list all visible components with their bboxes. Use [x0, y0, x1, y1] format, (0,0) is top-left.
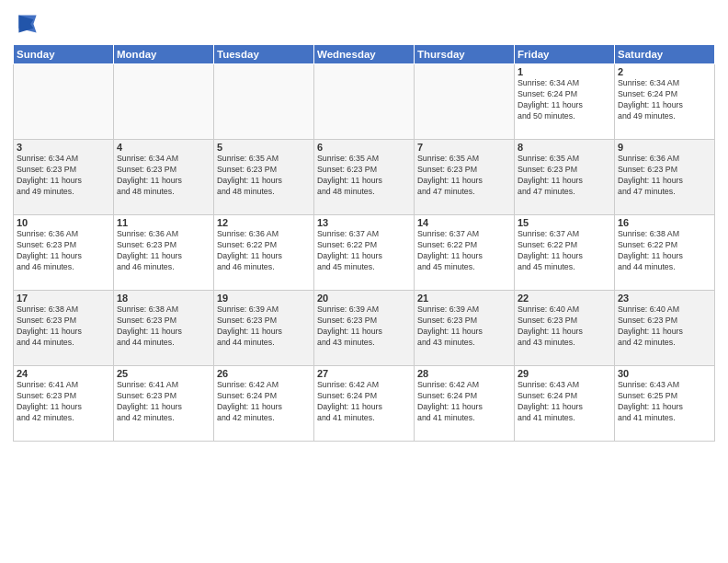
calendar-cell: 28Sunrise: 6:42 AM Sunset: 6:24 PM Dayli… [415, 366, 515, 442]
day-number: 2 [618, 66, 711, 77]
day-number: 24 [17, 368, 110, 379]
calendar-cell: 13Sunrise: 6:37 AM Sunset: 6:22 PM Dayli… [314, 215, 415, 291]
calendar-cell: 19Sunrise: 6:39 AM Sunset: 6:23 PM Dayli… [214, 291, 314, 366]
day-number: 7 [417, 142, 511, 153]
day-info: Sunrise: 6:41 AM Sunset: 6:23 PM Dayligh… [17, 380, 110, 424]
calendar-cell: 24Sunrise: 6:41 AM Sunset: 6:23 PM Dayli… [14, 366, 114, 442]
calendar-cell: 12Sunrise: 6:36 AM Sunset: 6:22 PM Dayli… [214, 215, 314, 291]
calendar-cell [14, 64, 114, 140]
day-number: 1 [518, 66, 611, 77]
day-info: Sunrise: 6:36 AM Sunset: 6:23 PM Dayligh… [17, 229, 110, 273]
calendar-cell: 30Sunrise: 6:43 AM Sunset: 6:25 PM Dayli… [615, 366, 715, 442]
day-info: Sunrise: 6:39 AM Sunset: 6:23 PM Dayligh… [217, 304, 311, 349]
calendar-cell: 21Sunrise: 6:39 AM Sunset: 6:23 PM Dayli… [415, 291, 515, 366]
day-number: 5 [217, 142, 311, 153]
day-number: 15 [518, 217, 611, 228]
logo [13, 9, 46, 39]
calendar-cell: 25Sunrise: 6:41 AM Sunset: 6:23 PM Dayli… [114, 366, 214, 442]
day-info: Sunrise: 6:42 AM Sunset: 6:24 PM Dayligh… [417, 380, 511, 424]
calendar-cell: 5Sunrise: 6:35 AM Sunset: 6:23 PM Daylig… [214, 140, 314, 215]
day-of-week-header: Friday [515, 45, 615, 64]
day-info: Sunrise: 6:39 AM Sunset: 6:23 PM Dayligh… [317, 304, 411, 349]
calendar-cell: 2Sunrise: 6:34 AM Sunset: 6:24 PM Daylig… [615, 64, 715, 140]
day-info: Sunrise: 6:38 AM Sunset: 6:23 PM Dayligh… [17, 304, 110, 349]
day-number: 18 [117, 293, 210, 304]
day-number: 14 [417, 217, 511, 228]
day-number: 6 [317, 142, 411, 153]
day-info: Sunrise: 6:41 AM Sunset: 6:23 PM Dayligh… [117, 380, 210, 424]
calendar-cell: 4Sunrise: 6:34 AM Sunset: 6:23 PM Daylig… [114, 140, 214, 215]
calendar-cell: 26Sunrise: 6:42 AM Sunset: 6:24 PM Dayli… [214, 366, 314, 442]
day-of-week-header: Sunday [14, 45, 114, 64]
calendar-cell: 1Sunrise: 6:34 AM Sunset: 6:24 PM Daylig… [515, 64, 615, 140]
day-number: 27 [317, 368, 411, 379]
day-number: 28 [417, 368, 511, 379]
day-info: Sunrise: 6:34 AM Sunset: 6:24 PM Dayligh… [618, 78, 711, 122]
calendar-cell [214, 64, 314, 140]
day-info: Sunrise: 6:36 AM Sunset: 6:22 PM Dayligh… [217, 229, 311, 273]
day-number: 22 [518, 293, 611, 304]
day-of-week-header: Saturday [615, 45, 715, 64]
day-info: Sunrise: 6:38 AM Sunset: 6:22 PM Dayligh… [618, 229, 711, 273]
day-info: Sunrise: 6:35 AM Sunset: 6:23 PM Dayligh… [317, 154, 411, 198]
day-number: 21 [417, 293, 511, 304]
calendar-cell: 18Sunrise: 6:38 AM Sunset: 6:23 PM Dayli… [114, 291, 214, 366]
calendar-cell [314, 64, 415, 140]
calendar-cell [415, 64, 515, 140]
day-number: 19 [217, 293, 311, 304]
day-number: 4 [117, 142, 210, 153]
calendar-cell: 10Sunrise: 6:36 AM Sunset: 6:23 PM Dayli… [14, 215, 114, 291]
day-info: Sunrise: 6:37 AM Sunset: 6:22 PM Dayligh… [518, 229, 611, 273]
logo-icon [13, 9, 42, 39]
day-info: Sunrise: 6:37 AM Sunset: 6:22 PM Dayligh… [417, 229, 511, 273]
day-info: Sunrise: 6:42 AM Sunset: 6:24 PM Dayligh… [317, 380, 411, 424]
calendar-week-row: 10Sunrise: 6:36 AM Sunset: 6:23 PM Dayli… [14, 215, 715, 291]
day-info: Sunrise: 6:39 AM Sunset: 6:23 PM Dayligh… [417, 304, 511, 349]
day-number: 30 [618, 368, 711, 379]
day-info: Sunrise: 6:43 AM Sunset: 6:25 PM Dayligh… [618, 380, 711, 424]
day-info: Sunrise: 6:34 AM Sunset: 6:23 PM Dayligh… [117, 154, 210, 198]
day-number: 29 [518, 368, 611, 379]
calendar-week-row: 24Sunrise: 6:41 AM Sunset: 6:23 PM Dayli… [14, 366, 715, 442]
page-header [13, 9, 715, 39]
calendar-header: SundayMondayTuesdayWednesdayThursdayFrid… [14, 45, 715, 64]
calendar-cell: 3Sunrise: 6:34 AM Sunset: 6:23 PM Daylig… [14, 140, 114, 215]
calendar-cell: 14Sunrise: 6:37 AM Sunset: 6:22 PM Dayli… [415, 215, 515, 291]
calendar-table: SundayMondayTuesdayWednesdayThursdayFrid… [13, 44, 715, 442]
day-info: Sunrise: 6:43 AM Sunset: 6:24 PM Dayligh… [518, 380, 611, 424]
calendar-cell: 9Sunrise: 6:36 AM Sunset: 6:23 PM Daylig… [615, 140, 715, 215]
day-number: 25 [117, 368, 210, 379]
day-number: 11 [117, 217, 210, 228]
day-info: Sunrise: 6:40 AM Sunset: 6:23 PM Dayligh… [518, 304, 611, 349]
calendar-cell: 6Sunrise: 6:35 AM Sunset: 6:23 PM Daylig… [314, 140, 415, 215]
day-number: 20 [317, 293, 411, 304]
calendar-cell: 8Sunrise: 6:35 AM Sunset: 6:23 PM Daylig… [515, 140, 615, 215]
page-container: SundayMondayTuesdayWednesdayThursdayFrid… [0, 0, 728, 563]
calendar-cell: 15Sunrise: 6:37 AM Sunset: 6:22 PM Dayli… [515, 215, 615, 291]
day-number: 8 [518, 142, 611, 153]
calendar-cell: 17Sunrise: 6:38 AM Sunset: 6:23 PM Dayli… [14, 291, 114, 366]
day-info: Sunrise: 6:34 AM Sunset: 6:23 PM Dayligh… [17, 154, 110, 198]
calendar-week-row: 17Sunrise: 6:38 AM Sunset: 6:23 PM Dayli… [14, 291, 715, 366]
calendar-cell: 11Sunrise: 6:36 AM Sunset: 6:23 PM Dayli… [114, 215, 214, 291]
day-of-week-header: Monday [114, 45, 214, 64]
day-info: Sunrise: 6:35 AM Sunset: 6:23 PM Dayligh… [518, 154, 611, 198]
day-number: 9 [618, 142, 711, 153]
day-of-week-header: Tuesday [214, 45, 314, 64]
day-number: 16 [618, 217, 711, 228]
day-number: 23 [618, 293, 711, 304]
day-number: 12 [217, 217, 311, 228]
calendar-week-row: 3Sunrise: 6:34 AM Sunset: 6:23 PM Daylig… [14, 140, 715, 215]
calendar-cell: 27Sunrise: 6:42 AM Sunset: 6:24 PM Dayli… [314, 366, 415, 442]
calendar-week-row: 1Sunrise: 6:34 AM Sunset: 6:24 PM Daylig… [14, 64, 715, 140]
day-info: Sunrise: 6:37 AM Sunset: 6:22 PM Dayligh… [317, 229, 411, 273]
day-info: Sunrise: 6:35 AM Sunset: 6:23 PM Dayligh… [217, 154, 311, 198]
day-info: Sunrise: 6:40 AM Sunset: 6:23 PM Dayligh… [618, 304, 711, 349]
calendar-cell: 23Sunrise: 6:40 AM Sunset: 6:23 PM Dayli… [615, 291, 715, 366]
day-number: 26 [217, 368, 311, 379]
day-number: 13 [317, 217, 411, 228]
calendar-cell: 16Sunrise: 6:38 AM Sunset: 6:22 PM Dayli… [615, 215, 715, 291]
day-info: Sunrise: 6:36 AM Sunset: 6:23 PM Dayligh… [117, 229, 210, 273]
day-number: 17 [17, 293, 110, 304]
calendar-cell: 7Sunrise: 6:35 AM Sunset: 6:23 PM Daylig… [415, 140, 515, 215]
